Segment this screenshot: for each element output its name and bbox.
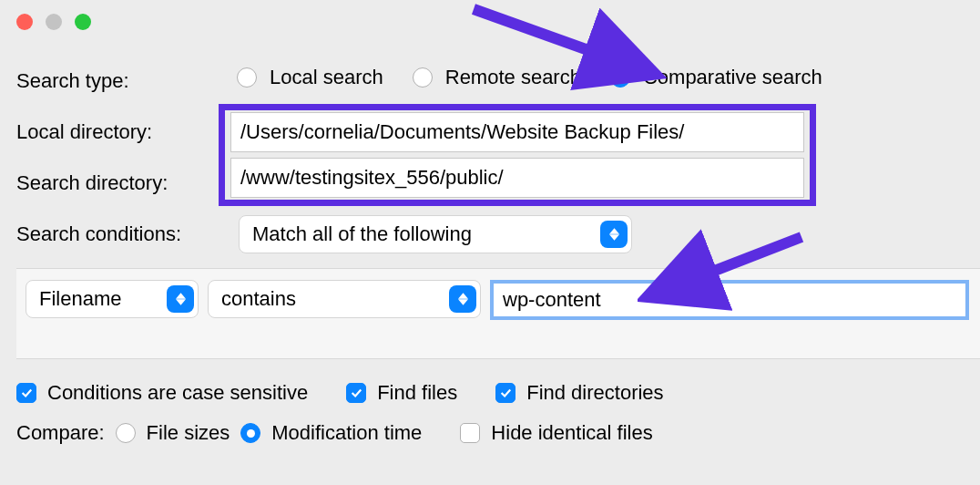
find-directories-label: Find directories [526, 381, 663, 405]
updown-icon [600, 221, 628, 248]
find-directories-checkbox[interactable] [495, 383, 516, 403]
updown-icon [449, 285, 476, 313]
hide-identical-checkbox[interactable] [460, 423, 480, 443]
find-files-label: Find files [377, 381, 457, 405]
compare-mod-time-radio[interactable] [240, 423, 260, 443]
window-zoom-button[interactable] [75, 14, 91, 30]
case-sensitive-checkbox[interactable] [16, 383, 36, 403]
compare-label: Compare: [16, 421, 105, 445]
condition-field-value: Filename [39, 287, 121, 311]
find-files-checkbox[interactable] [346, 383, 366, 403]
window-titlebar [0, 0, 980, 44]
search-type-label: Search type: [16, 66, 181, 97]
condition-row: Filename contains wp-content [16, 268, 980, 359]
compare-mod-time-label: Modification time [271, 421, 422, 445]
hide-identical-label: Hide identical files [491, 421, 652, 445]
search-conditions-select[interactable]: Match all of the following [239, 215, 632, 253]
local-search-radio[interactable] [237, 67, 257, 88]
search-directory-input[interactable]: /www/testingsitex_556/public/ [230, 158, 804, 198]
local-directory-input[interactable]: /Users/cornelia/Documents/Website Backup… [230, 112, 804, 152]
updown-icon [167, 285, 194, 313]
search-type-radio-group: Local search Remote search Comparative s… [237, 66, 839, 89]
condition-operator-select[interactable]: contains [208, 280, 481, 318]
search-directory-label: Search directory: [16, 168, 181, 199]
case-sensitive-label: Conditions are case sensitive [47, 381, 308, 405]
remote-search-radio-label: Remote search [445, 66, 581, 89]
options-row-2: Compare: File sizes Modification time Hi… [16, 421, 653, 445]
comparative-search-radio-label: Comparative search [643, 66, 822, 89]
condition-value-input[interactable]: wp-content [490, 280, 969, 320]
search-conditions-label: Search conditions: [16, 219, 181, 250]
local-search-radio-label: Local search [270, 66, 383, 89]
compare-file-sizes-radio[interactable] [116, 423, 136, 443]
window-close-button[interactable] [16, 14, 33, 30]
window-minimize-button[interactable] [46, 14, 62, 30]
compare-file-sizes-label: File sizes [147, 421, 230, 445]
directory-highlight-box: /Users/cornelia/Documents/Website Backup… [219, 104, 816, 206]
form-labels-column: Search type: Local directory: Search dir… [16, 66, 181, 250]
search-conditions-value: Match all of the following [252, 222, 472, 246]
local-directory-label: Local directory: [16, 117, 181, 148]
comparative-search-radio[interactable] [610, 67, 630, 88]
options-row-1: Conditions are case sensitive Find files… [16, 381, 664, 405]
remote-search-radio[interactable] [413, 67, 433, 88]
condition-operator-value: contains [221, 287, 296, 311]
condition-field-select[interactable]: Filename [26, 280, 199, 318]
